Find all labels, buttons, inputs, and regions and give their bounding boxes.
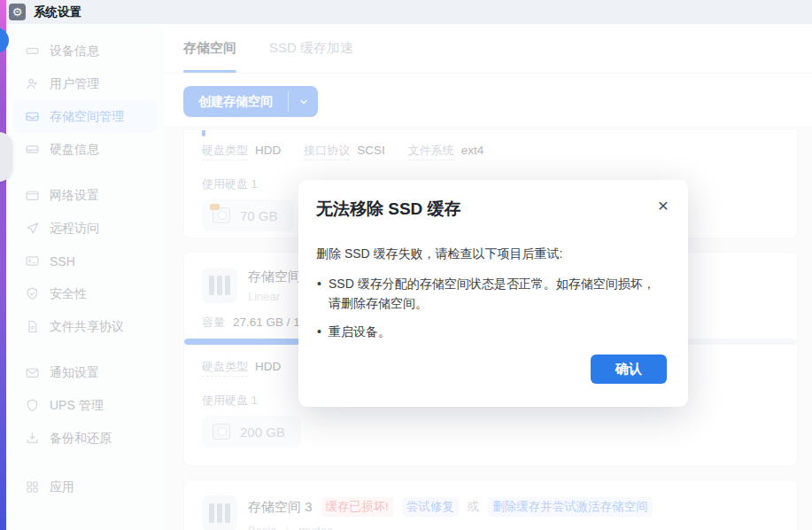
dialog-body: 删除 SSD 缓存失败，请检查以下项目后重试: SSD 缓存分配的存储空间状态是… xyxy=(316,244,667,342)
gradient-rail xyxy=(0,0,6,530)
topbar: ⚙ 系统设置 xyxy=(0,0,812,24)
edge-drag-handle[interactable] xyxy=(0,132,12,182)
dialog-bullet-list: SSD 缓存分配的存储空间状态是否正常。如存储空间损坏，请删除存储空间。 重启设… xyxy=(316,274,667,342)
system-settings-window: ⚙ 系统设置 设备信息 用户管理 存储空间管理 硬盘信息 网络设置 远程访问 xyxy=(0,0,812,530)
close-icon[interactable]: × xyxy=(658,196,669,214)
dialog-intro: 删除 SSD 缓存失败，请检查以下项目后重试: xyxy=(316,244,667,264)
bullet-item: 重启设备。 xyxy=(329,322,667,342)
gear-icon: ⚙ xyxy=(9,4,26,20)
dialog-title: 无法移除 SSD 缓存 xyxy=(316,198,667,221)
bullet-item: SSD 缓存分配的存储空间状态是否正常。如存储空间损坏，请删除存储空间。 xyxy=(329,274,667,314)
cannot-remove-ssd-cache-dialog: 无法移除 SSD 缓存 × 删除 SSD 缓存失败，请检查以下项目后重试: SS… xyxy=(298,180,688,407)
confirm-button[interactable]: 确认 xyxy=(591,355,667,384)
page-title: 系统设置 xyxy=(34,4,81,20)
